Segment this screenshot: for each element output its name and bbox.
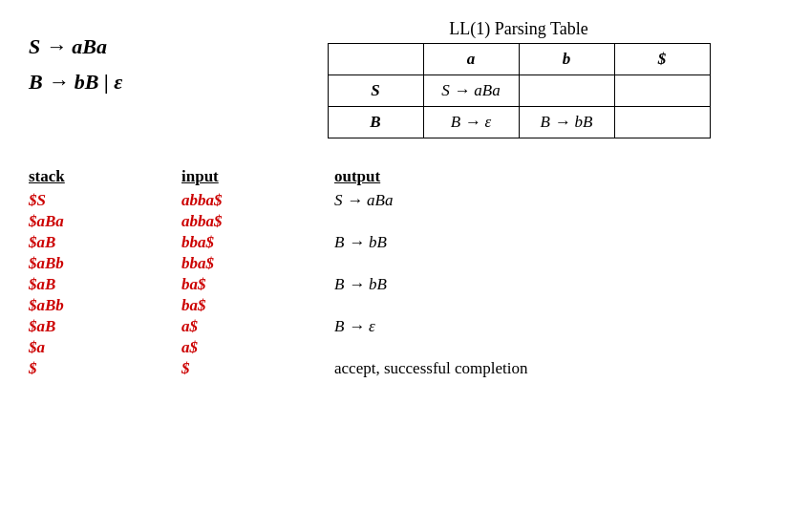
- trace-row-3: $aB bba$ B → bB: [29, 232, 760, 253]
- trace-stack-3: $aB: [29, 232, 181, 253]
- trace-row-8: $a a$: [29, 337, 760, 358]
- trace-stack-4: $aBb: [29, 253, 181, 274]
- trace-output-7: B → ε: [334, 316, 760, 337]
- trace-output-8: [334, 337, 760, 358]
- parsing-table: a b $ S S → aBa B B → ε B → bB: [328, 43, 711, 138]
- trace-stack-7: $aB: [29, 316, 181, 337]
- trace-row-1: $S abba$ S → aBa: [29, 190, 760, 211]
- trace-output-9: accept, successful completion: [334, 358, 760, 379]
- grammar-rule-1: S → aBa: [29, 29, 220, 64]
- trace-input-2: abba$: [181, 211, 334, 232]
- trace-header-row: stack input output: [29, 167, 760, 190]
- trace-input-5: ba$: [181, 274, 334, 295]
- table-row-B: B B → ε B → bB: [328, 107, 710, 138]
- trace-stack-1: $S: [29, 190, 181, 211]
- trace-stack-8: $a: [29, 337, 181, 358]
- trace-input-6: ba$: [181, 295, 334, 316]
- trace-table: stack input output $S abba$ S → aBa $aBa…: [29, 167, 760, 379]
- trace-stack-2: $aBa: [29, 211, 181, 232]
- cell-S-a: S → aBa: [423, 75, 519, 107]
- trace-row-4: $aBb bba$: [29, 253, 760, 274]
- trace-col-stack: stack: [29, 167, 181, 190]
- trace-input-3: bba$: [181, 232, 334, 253]
- trace-col-input: input: [181, 167, 334, 190]
- top-section: S → aBa B → bB | ε LL(1) Parsing Table a…: [29, 19, 760, 138]
- parsing-table-container: LL(1) Parsing Table a b $ S S → aBa: [277, 19, 760, 138]
- trace-row-5: $aB ba$ B → bB: [29, 274, 760, 295]
- table-row-S: S S → aBa: [328, 75, 710, 107]
- trace-output-6: [334, 295, 760, 316]
- col-header-b: b: [519, 44, 614, 75]
- trace-section: stack input output $S abba$ S → aBa $aBa…: [29, 167, 760, 379]
- trace-row-7: $aB a$ B → ε: [29, 316, 760, 337]
- trace-input-1: abba$: [181, 190, 334, 211]
- grammar-rule-2: B → bB | ε: [29, 64, 220, 99]
- trace-col-output: output: [334, 167, 760, 190]
- trace-input-7: a$: [181, 316, 334, 337]
- trace-output-3: B → bB: [334, 232, 760, 253]
- trace-input-8: a$: [181, 337, 334, 358]
- cell-S-b: [519, 75, 614, 107]
- row-header-B: B: [328, 107, 423, 138]
- col-header-empty: [328, 44, 423, 75]
- trace-input-4: bba$: [181, 253, 334, 274]
- cell-S-dollar: [614, 75, 710, 107]
- trace-output-4: [334, 253, 760, 274]
- row-header-S: S: [328, 75, 423, 107]
- col-header-a: a: [423, 44, 519, 75]
- trace-stack-9: $: [29, 358, 181, 379]
- trace-stack-5: $aB: [29, 274, 181, 295]
- cell-B-dollar: [614, 107, 710, 138]
- grammar-rules: S → aBa B → bB | ε: [29, 19, 220, 100]
- trace-row-2: $aBa abba$: [29, 211, 760, 232]
- trace-stack-6: $aBb: [29, 295, 181, 316]
- trace-row-6: $aBb ba$: [29, 295, 760, 316]
- trace-row-9: $ $ accept, successful completion: [29, 358, 760, 379]
- trace-input-9: $: [181, 358, 334, 379]
- trace-output-5: B → bB: [334, 274, 760, 295]
- cell-B-b: B → bB: [519, 107, 614, 138]
- cell-B-a: B → ε: [423, 107, 519, 138]
- trace-output-1: S → aBa: [334, 190, 760, 211]
- parsing-table-title: LL(1) Parsing Table: [277, 19, 760, 39]
- col-header-dollar: $: [614, 44, 710, 75]
- trace-output-2: [334, 211, 760, 232]
